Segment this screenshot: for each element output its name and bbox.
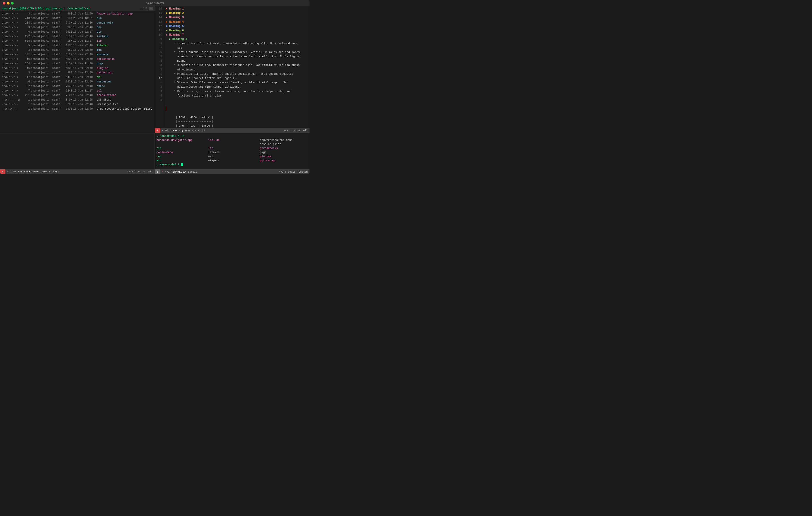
bottom-right-pane: ../anaconda3 λ lsAnaconda-Navigator.appi… [155,133,310,174]
file-name: pkgs [97,62,103,66]
file-date: 16 Jan 22:40 [73,57,96,61]
list-item[interactable]: drwxr-xr-x 231 bharatjoshi staff 7.2K 16… [0,93,155,98]
file-date: 16 Jan 22:40 [73,102,96,107]
list-item[interactable]: drwxr-xr-x 410 bharatjoshi staff 13K 26 … [0,16,155,21]
add-pane-button[interactable]: + [149,7,153,10]
minimize-button[interactable] [7,2,9,4]
line-number: 8 [156,42,162,46]
terminal-file: pkgs [260,150,310,154]
list-item[interactable]: drwxr-xr-x 7 bharatjoshi staff 224B 19 J… [0,89,155,93]
list-item[interactable]: drwxr-xr-x 3 bharatjoshi staff 96B 16 Ja… [0,48,155,52]
file-size: 480B [63,66,72,70]
buffer-number: 2 [155,128,160,133]
file-name: share [97,84,105,88]
file-group: staff [52,39,62,43]
list-item[interactable]: drwxr-xr-x 6 bharatjoshi staff 192B 16 J… [0,80,155,84]
bottom-right-num: 3 [155,170,160,174]
terminal-area[interactable]: ../anaconda3 λ lsAnaconda-Navigator.appi… [155,133,310,169]
file-group: staff [52,102,62,107]
file-links: 3 [23,25,30,29]
file-perms: drwxr-xr-x [2,80,22,84]
code-line: ▶ Heading 1 [166,7,308,11]
editor-content[interactable]: 161514131211109876543211712345 ▶ Heading… [155,6,310,128]
main-content: bharatjoshi@192-168-1-104.tpgi.com.au : … [0,6,310,133]
code-line: * Vivamus fringilla quam ac massa blandi… [166,81,308,85]
file-size: 480B [63,57,72,61]
file-owner: bharatjoshi [31,48,51,52]
list-item[interactable]: -rw-r--r--@ 1 bharatjoshi staff 8.0K 16 … [0,98,155,102]
file-size: 96B [63,71,72,75]
code-line: ut volutpat. [166,68,308,72]
list-item[interactable]: drwxr-xr-x 15 bharatjoshi staff 480B 16 … [0,57,155,61]
file-group: staff [52,71,62,75]
line-number: 2 [156,85,162,89]
code-line: faucibus velit orci in diam. [166,94,308,98]
list-item[interactable]: -rw-rw-r-- 1 bharatjoshi staff 733B 16 J… [0,107,155,111]
file-owner: bharatjoshi [31,102,51,107]
file-group: staff [52,80,62,84]
modified-indicator: - [162,129,164,132]
mode: Org [185,129,190,132]
line-number: 2 [156,68,162,72]
file-name: plugins [97,66,108,70]
line-number: 6 [156,50,162,55]
code-line: * lectus cursus, quis mollis urna ullamc… [166,50,308,55]
list-item[interactable]: -rw-r--r-- 1 bharatjoshi staff 628B 16 J… [0,102,155,107]
code-line [166,98,308,102]
code-line: * Phasellus ultricies, enim at egestas s… [166,72,308,76]
bottom-right-position: 473 | 10:16 Bottom [277,171,310,173]
terminal-file: python.app [260,158,310,163]
list-item[interactable]: drwxr-xr-x 15 bharatjoshi staff 480B 16 … [0,66,155,70]
file-links: 5 [23,43,30,48]
file-size: 544B [63,75,72,79]
terminal-file: org.freedesktop.dbus-session.plist [260,138,310,146]
file-perms: drwxr-xr-x [2,62,22,66]
left-status-area [0,133,154,169]
file-perms: drwxr-xr-x [2,21,22,25]
list-item[interactable]: drwxr-xr-x 5 bharatjoshi staff 160B 16 J… [0,43,155,48]
file-group: staff [52,34,62,38]
line-number: 14 [156,16,162,20]
list-item[interactable]: drwxr-xr-x 3 bharatjoshi staff 96B 16 Ja… [0,25,155,30]
char-count: 981 [165,129,170,132]
file-date: 16 Jan 22:40 [73,107,96,111]
file-owner: bharatjoshi [31,57,51,61]
terminal-file: doc [156,154,206,158]
file-size: 18K [63,39,72,43]
file-size: 192B [63,80,72,84]
list-item[interactable]: drwxr-xr-x 234 bharatjoshi staff 7.3K 19… [0,21,155,25]
file-owner: bharatjoshi [31,34,51,38]
file-owner: bharatjoshi [31,71,51,75]
file-group: staff [52,62,62,66]
list-item[interactable]: drwxr-xr-x 588 bharatjoshi staff 18K 19 … [0,39,155,43]
list-item[interactable]: drwxr-xr-x 3 bharatjoshi staff 96B 16 Ja… [0,70,155,75]
file-perms: drwxr-xr-x [2,16,22,20]
list-item[interactable]: drwxr-xr-x 3 bharatjoshi staff 96B 16 Ja… [0,11,155,16]
file-links: 1 [23,102,30,107]
list-item[interactable]: drwxr-xr-x 272 bharatjoshi staff 8.5K 16… [0,34,155,39]
file-perms: drwxr-xr-x [2,84,22,88]
list-item[interactable]: drwxr-xr-x 22 bharatjoshi staff 704B 16 … [0,84,155,89]
right-pane: 161514131211109876543211712345 ▶ Heading… [155,6,310,133]
line-number: 4 [156,94,162,98]
file-size: 160B [63,43,72,48]
code-line: ▶ Heading 8 [166,37,308,41]
file-links: 1 [23,98,30,102]
file-name: org.freedesktop.dbus-session.plist [97,107,152,111]
file-owner: bharatjoshi [31,84,51,88]
bottom-left-status: 1 % 1.5k anaconda3 Deer:name 1 chars 151… [0,169,154,174]
list-item[interactable]: drwxr-xr-x 6 bharatjoshi staff 192B 16 J… [0,30,155,34]
code-line [166,102,308,107]
code-line [166,111,308,115]
list-item[interactable]: drwxr-xr-x 264 bharatjoshi staff 8.3K 19… [0,61,155,66]
list-item[interactable]: drwxr-xr-x 101 bharatjoshi staff 3.2K 16… [0,52,155,57]
maximize-button[interactable] [11,2,13,4]
code-line: pellentesque vel nibh tempor tincidunt. [166,85,308,89]
file-perms: drwxr-xr-x [2,89,22,93]
file-group: staff [52,25,62,29]
list-item[interactable]: drwxr-xr-x 17 bharatjoshi staff 544B 16 … [0,75,155,80]
code-line: * suscipit in nisi nec, hendrerit tincid… [166,63,308,67]
line-number: 1 [156,72,162,76]
close-button[interactable] [3,2,5,4]
file-date: 19 Jan 11:17 [73,89,96,93]
